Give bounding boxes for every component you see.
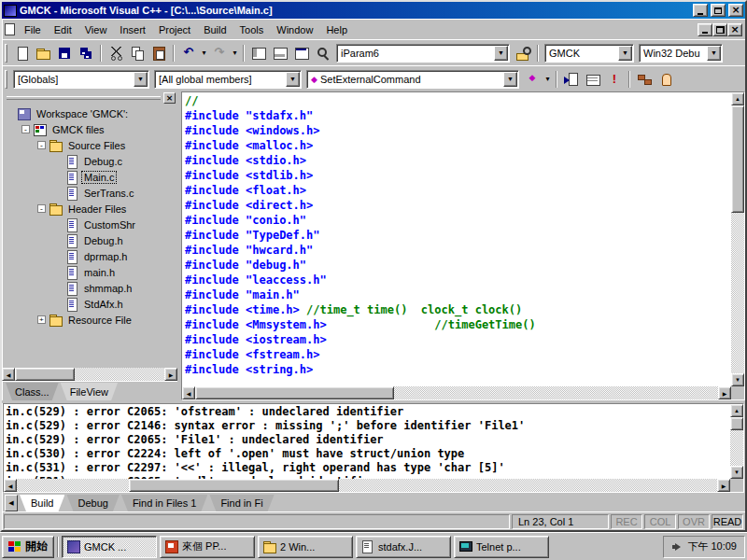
- tree-item-resource-file[interactable]: +Resource File: [2, 312, 177, 328]
- tree-item-debug-c[interactable]: Debug.c: [2, 153, 177, 169]
- taskbar-button-pp[interactable]: 來個 PP...: [160, 536, 255, 558]
- output-tab-build[interactable]: Build: [20, 495, 64, 511]
- members-combo-dropdown-button[interactable]: ▼: [286, 72, 300, 87]
- editor-hscroll[interactable]: ◀ ▶: [182, 386, 731, 399]
- menu-item-view[interactable]: View: [78, 21, 114, 38]
- toolbar-grip[interactable]: [5, 70, 7, 89]
- tree-hscroll[interactable]: ◀ ▶: [2, 368, 177, 381]
- menu-item-project[interactable]: Project: [152, 21, 197, 38]
- build-execute-icon[interactable]: [604, 70, 625, 89]
- tree-item-sertrans-c[interactable]: SerTrans.c: [2, 185, 177, 201]
- tree-item-shmmap-h[interactable]: shmmap.h: [2, 280, 177, 296]
- wizard-actions-dropdown-icon[interactable]: ▾: [543, 75, 552, 83]
- tree-item-debug-h[interactable]: Debug.h: [2, 232, 177, 248]
- output-hscroll-track[interactable]: [17, 479, 717, 492]
- find-in-files-icon[interactable]: [513, 44, 533, 63]
- minimize-button[interactable]: [693, 4, 708, 17]
- menu-item-insert[interactable]: Insert: [113, 21, 152, 38]
- tree-expander-icon[interactable]: -: [21, 125, 30, 133]
- scroll-right-button[interactable]: ▶: [717, 479, 730, 492]
- titlebar[interactable]: GMCK - Microsoft Visual C++ - [C:\...\So…: [2, 2, 745, 19]
- save-all-icon[interactable]: [76, 44, 96, 63]
- find-combo-dropdown-button[interactable]: ▼: [494, 46, 508, 61]
- find-combo[interactable]: iParam6▼: [336, 44, 510, 63]
- output-vscroll-thumb[interactable]: [730, 417, 743, 430]
- save-icon[interactable]: [54, 44, 75, 63]
- toolbar-grip[interactable]: [5, 44, 7, 63]
- tree-item-main-h[interactable]: main.h: [2, 264, 177, 280]
- menu-item-edit[interactable]: Edit: [48, 21, 78, 38]
- scroll-right-button[interactable]: ▶: [164, 368, 177, 381]
- output-vscroll-track[interactable]: [730, 417, 743, 466]
- editor-hscroll-track[interactable]: [195, 386, 718, 399]
- tree-item-gmck-files[interactable]: -GMCK files: [2, 121, 177, 137]
- tree-expander-icon[interactable]: +: [37, 315, 46, 324]
- tree-hscroll-thumb[interactable]: [15, 368, 75, 381]
- taskbar-button-stdafx-j[interactable]: stdafx.J...: [356, 536, 451, 558]
- output-pane-icon[interactable]: [270, 44, 290, 63]
- function-combo-dropdown-button[interactable]: ▼: [503, 72, 517, 87]
- taskbar-button-gmck[interactable]: GMCK ...: [62, 536, 157, 558]
- config-combo[interactable]: Win32 Debu▼: [639, 44, 723, 63]
- new-file-icon[interactable]: [11, 44, 32, 63]
- class-combo[interactable]: [Globals]▼: [13, 70, 149, 89]
- volume-icon[interactable]: [671, 541, 683, 553]
- scroll-left-button[interactable]: ◀: [182, 386, 195, 399]
- scroll-right-button[interactable]: ▶: [718, 386, 731, 399]
- tree-expander-icon[interactable]: -: [37, 141, 46, 149]
- open-icon[interactable]: [33, 44, 53, 63]
- output-tab-find-in-files-1[interactable]: Find in Files 1: [121, 495, 207, 511]
- window-list-icon[interactable]: [291, 44, 312, 63]
- output-tab-find-in-fi[interactable]: Find in Fi: [209, 495, 274, 511]
- paste-icon[interactable]: [148, 44, 169, 63]
- scroll-down-button[interactable]: ▼: [730, 466, 743, 479]
- workspace-tab-fileview[interactable]: FileView: [61, 383, 118, 400]
- wizard-actions-icon[interactable]: [522, 70, 543, 89]
- tree-item-workspace-gmck[interactable]: Workspace 'GMCK':: [2, 105, 177, 121]
- editor-vscroll-thumb[interactable]: [731, 105, 744, 213]
- output-vscroll[interactable]: ▲ ▼: [730, 404, 743, 479]
- workspace-pane-icon[interactable]: [248, 44, 269, 63]
- code-editor[interactable]: //#include "stdafx.h"#include <windows.h…: [182, 92, 731, 386]
- tree-hscroll-track[interactable]: [15, 368, 164, 381]
- document-icon[interactable]: [5, 23, 15, 35]
- config-combo-dropdown-button[interactable]: ▼: [707, 46, 721, 61]
- workspace-close-button[interactable]: ×: [163, 92, 176, 104]
- output-text[interactable]: in.c(529) : error C2065: 'ofstream' : un…: [4, 404, 730, 479]
- redo-icon[interactable]: [209, 44, 230, 63]
- menu-item-build[interactable]: Build: [197, 21, 233, 38]
- members-grid-icon[interactable]: [583, 70, 603, 89]
- menu-item-file[interactable]: File: [18, 21, 48, 38]
- function-combo[interactable]: ◆SetExternalCommand▼: [306, 70, 519, 89]
- taskbar-button-2-win[interactable]: 2 Win...: [258, 536, 353, 558]
- build-minibar-icon[interactable]: [634, 70, 655, 89]
- project-combo[interactable]: GMCK▼: [544, 44, 634, 63]
- mdi-close-button[interactable]: ×: [727, 23, 742, 36]
- output-hscroll[interactable]: ◀ ▶: [4, 479, 730, 492]
- scroll-up-button[interactable]: ▲: [730, 404, 743, 417]
- scroll-left-button[interactable]: ◀: [4, 479, 17, 492]
- menu-item-window[interactable]: Window: [270, 21, 319, 38]
- start-button[interactable]: 開始: [2, 536, 54, 558]
- undo-dropdown-icon[interactable]: ▾: [200, 49, 208, 57]
- scroll-up-button[interactable]: ▲: [731, 92, 744, 105]
- copy-icon[interactable]: [127, 44, 148, 63]
- tree-item-source-files[interactable]: -Source Files: [2, 137, 177, 153]
- menu-item-tools[interactable]: Tools: [233, 21, 271, 38]
- taskbar-button-telnet-p[interactable]: Telnet p...: [454, 536, 549, 558]
- tab-scroll-left-button[interactable]: ◀: [5, 495, 18, 511]
- editor-vscroll-track[interactable]: [731, 105, 744, 373]
- tree-item-dprmap-h[interactable]: dprmap.h: [2, 248, 177, 264]
- scroll-left-button[interactable]: ◀: [2, 368, 15, 381]
- pane-grip[interactable]: [7, 96, 161, 100]
- cut-icon[interactable]: [106, 44, 126, 63]
- mdi-minimize-button[interactable]: [698, 23, 712, 36]
- class-combo-dropdown-button[interactable]: ▼: [134, 72, 148, 87]
- breakpoint-icon[interactable]: [655, 70, 676, 89]
- workspace-tab-class[interactable]: Class...: [6, 383, 59, 400]
- tree-item-header-files[interactable]: -Header Files: [2, 201, 177, 217]
- project-combo-dropdown-button[interactable]: ▼: [618, 46, 632, 61]
- goto-definition-icon[interactable]: [561, 70, 582, 89]
- close-button[interactable]: ×: [728, 4, 743, 17]
- search-icon[interactable]: [313, 44, 333, 63]
